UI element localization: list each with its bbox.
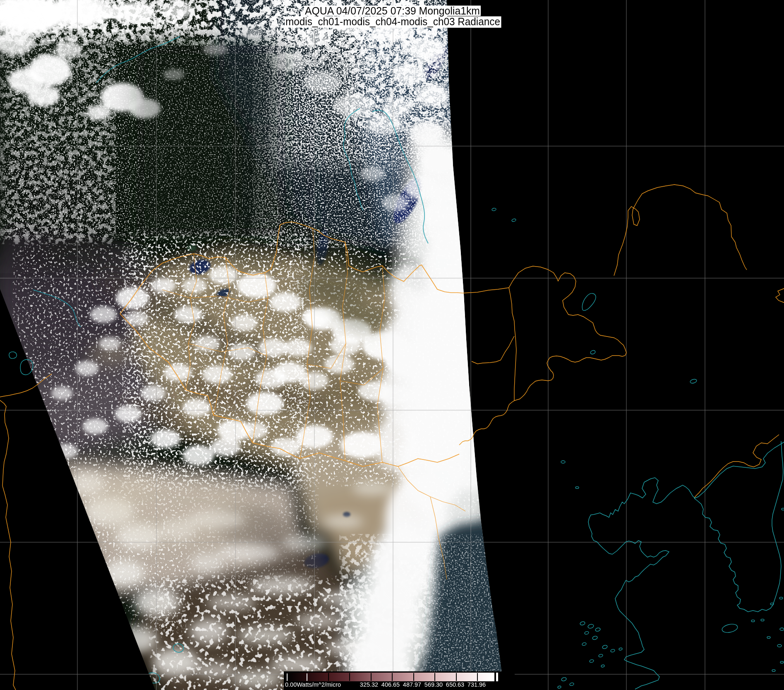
svg-text:406.65: 406.65 [381, 681, 400, 688]
svg-text:325.32: 325.32 [360, 681, 378, 688]
svg-text:650.63: 650.63 [446, 681, 464, 688]
svg-text:487.97: 487.97 [403, 681, 421, 688]
svg-text:569.30: 569.30 [424, 681, 443, 688]
svg-text:731.96: 731.96 [468, 681, 486, 688]
svg-text:modis_ch01-modis_ch04-modis_ch: modis_ch01-modis_ch04-modis_ch03 Radianc… [285, 16, 500, 27]
svg-text:0.00Watts/m^2/micro: 0.00Watts/m^2/micro [285, 681, 341, 688]
svg-text:AQUA 04/07/2025 07:39 Mongolia: AQUA 04/07/2025 07:39 Mongolia1km [305, 5, 480, 17]
